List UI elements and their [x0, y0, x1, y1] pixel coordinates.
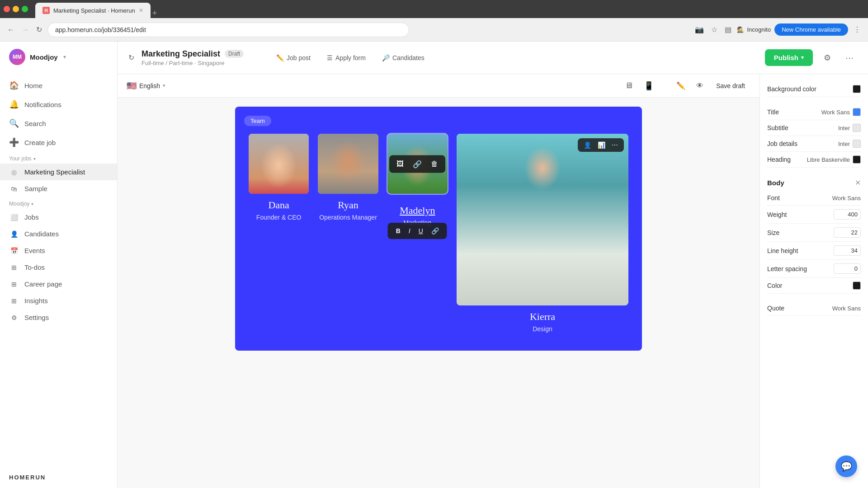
save-draft-button[interactable]: Save draft: [711, 80, 750, 92]
link-format-button[interactable]: 🔗: [428, 225, 443, 236]
chrome-tabs: H Marketing Specialist · Homerun ✕ +: [35, 0, 157, 18]
subtitle-color-swatch[interactable]: [853, 124, 861, 132]
sidebar-item-insights[interactable]: ⊞ Insights: [0, 292, 117, 309]
italic-button[interactable]: I: [405, 225, 414, 236]
heading-font-value: Libre Baskerville: [807, 156, 850, 163]
heading-row: Heading Libre Baskerville: [767, 152, 861, 168]
chrome-browser-bar: H Marketing Specialist · Homerun ✕ +: [0, 0, 868, 18]
your-jobs-dropdown-icon[interactable]: ▾: [33, 156, 36, 161]
new-chrome-button[interactable]: New Chrome available: [774, 23, 848, 36]
settings-button[interactable]: ⚙: [820, 49, 835, 66]
browser-menu-icon[interactable]: ⋮: [852, 23, 863, 36]
title-color-swatch[interactable]: [853, 108, 861, 116]
image-delete-button[interactable]: 🗑: [427, 158, 442, 170]
edit-tool-button[interactable]: ✏️: [673, 79, 689, 93]
tab-close-btn[interactable]: ✕: [139, 7, 143, 14]
madelyn-name[interactable]: Madelyn: [400, 205, 435, 216]
forward-button[interactable]: →: [20, 24, 31, 36]
sidebar-item-notifications[interactable]: 🔔 Notifications: [0, 95, 117, 114]
body-section-label: Body: [767, 179, 784, 187]
sidebar-item-search[interactable]: 🔍 Search: [0, 114, 117, 133]
card-chart-icon[interactable]: 📊: [595, 140, 608, 150]
card-overlay-tools: 👤 📊 ⋯: [578, 138, 624, 152]
ryan-role: Operations Manager: [319, 214, 377, 221]
job-details-color-swatch[interactable]: [853, 140, 861, 148]
letter-spacing-input[interactable]: [834, 263, 861, 274]
bold-button[interactable]: B: [392, 225, 404, 236]
tab-candidates-label: Candidates: [392, 54, 425, 61]
active-tab[interactable]: H Marketing Specialist · Homerun ✕: [35, 3, 151, 18]
close-window-btn[interactable]: [4, 6, 10, 12]
incognito-icon: 🕵: [737, 26, 744, 33]
company-dropdown-icon[interactable]: ▾: [63, 54, 66, 60]
tab-job-post-label: Job post: [287, 54, 311, 61]
sidebar-item-settings[interactable]: ⚙ Settings: [0, 309, 117, 326]
back-button[interactable]: ←: [5, 24, 16, 36]
language-selector[interactable]: 🇺🇸 English ▾: [127, 81, 165, 91]
more-options-button[interactable]: ⋯: [842, 49, 857, 66]
tab-title: Marketing Specialist · Homerun: [53, 7, 135, 14]
color-row: Color: [767, 278, 861, 294]
background-color-label: Background color: [767, 85, 816, 93]
underline-button[interactable]: U: [415, 225, 427, 236]
sidebar: MM Moodjoy ▾ 🏠 Home 🔔 Notifications 🔍 Se…: [0, 42, 118, 488]
publish-button[interactable]: Publish ▾: [765, 49, 813, 66]
camera-icon[interactable]: 📷: [693, 23, 706, 36]
sidebar-item-jobs[interactable]: ⬜ Jobs: [0, 209, 117, 225]
sidebar-item-candidates[interactable]: 👤 Candidates: [0, 225, 117, 242]
chat-bubble[interactable]: 💬: [835, 455, 857, 477]
refresh-button[interactable]: ↻: [34, 23, 44, 36]
image-toolbar: 🖼 🔗 🗑: [389, 155, 445, 173]
weight-input[interactable]: [834, 209, 861, 220]
canvas-scroll[interactable]: Team Dana Founder & CEO: [118, 98, 760, 488]
line-height-input[interactable]: [834, 245, 861, 256]
sidebar-nav: 🏠 Home 🔔 Notifications 🔍 Search ➕ Create…: [0, 72, 117, 467]
canvas-toolbar: 🇺🇸 English ▾ 🖥 📱 ✏️ 👁 Save draft: [118, 74, 760, 98]
title-font-value: Work Sans: [821, 109, 850, 116]
sidebar-label-jobs: Jobs: [24, 213, 39, 221]
sidebar-item-events[interactable]: 📅 Events: [0, 242, 117, 259]
mobile-view-button[interactable]: 📱: [639, 78, 658, 94]
sidebar-item-home[interactable]: 🏠 Home: [0, 76, 117, 95]
sidebar-item-todos[interactable]: ⊞ To-dos: [0, 259, 117, 276]
body-color-swatch[interactable]: [853, 282, 861, 290]
card-person-icon[interactable]: 👤: [581, 140, 594, 150]
font-value[interactable]: Work Sans: [832, 195, 861, 202]
title-row: Title Work Sans: [767, 104, 861, 120]
desktop-view-button[interactable]: 🖥: [620, 78, 637, 94]
sidebar-item-career-page[interactable]: ⊞ Career page: [0, 276, 117, 292]
new-tab-button[interactable]: +: [152, 9, 157, 18]
body-section-close-btn[interactable]: ✕: [855, 178, 861, 187]
sidebar-toggle-icon[interactable]: ▤: [723, 23, 733, 36]
bookmark-icon[interactable]: ☆: [709, 23, 719, 36]
kierra-photo-container: 👤 📊 ⋯: [457, 134, 628, 305]
language-dropdown-icon: ▾: [163, 83, 165, 89]
card-more-icon[interactable]: ⋯: [609, 140, 620, 150]
kierra-role: Design: [533, 325, 552, 333]
image-link-button[interactable]: 🔗: [409, 158, 425, 170]
preview-button[interactable]: 👁: [693, 79, 707, 93]
sidebar-label-home: Home: [24, 82, 42, 89]
maximize-window-btn[interactable]: [22, 6, 28, 12]
job-title-area: Marketing Specialist Draft Full-time / P…: [142, 49, 244, 66]
madelyn-photo-container[interactable]: 🖼 🔗 🗑: [387, 134, 448, 194]
tab-apply-form[interactable]: ☰ Apply form: [320, 51, 373, 65]
background-color-row: Background color: [767, 81, 861, 97]
background-color-swatch[interactable]: [853, 85, 861, 93]
image-replace-button[interactable]: 🖼: [393, 158, 407, 170]
heading-color-swatch[interactable]: [853, 155, 861, 164]
sidebar-label-marketing-specialist: Marketing Specialist: [24, 168, 85, 176]
tab-job-post[interactable]: ✏️ Job post: [269, 51, 318, 65]
size-input[interactable]: [834, 227, 861, 238]
sidebar-item-create-job[interactable]: ➕ Create job: [0, 133, 117, 152]
tab-candidates[interactable]: 🔎 Candidates: [375, 51, 432, 65]
minimize-window-btn[interactable]: [13, 6, 19, 12]
moodjoy-dropdown-icon[interactable]: ▾: [31, 202, 33, 206]
sidebar-item-marketing-specialist[interactable]: ◎ Marketing Specialist: [0, 164, 117, 180]
job-details-type-label: Job details: [767, 140, 797, 147]
sync-button[interactable]: ↻: [128, 53, 134, 62]
team-card-madelyn: 🖼 🔗 🗑 Madelyn B: [387, 134, 448, 333]
address-input[interactable]: [47, 23, 409, 37]
job-meta: Full-time / Part-time · Singapore: [142, 60, 244, 66]
sidebar-item-sample[interactable]: 🛍 Sample: [0, 180, 117, 197]
